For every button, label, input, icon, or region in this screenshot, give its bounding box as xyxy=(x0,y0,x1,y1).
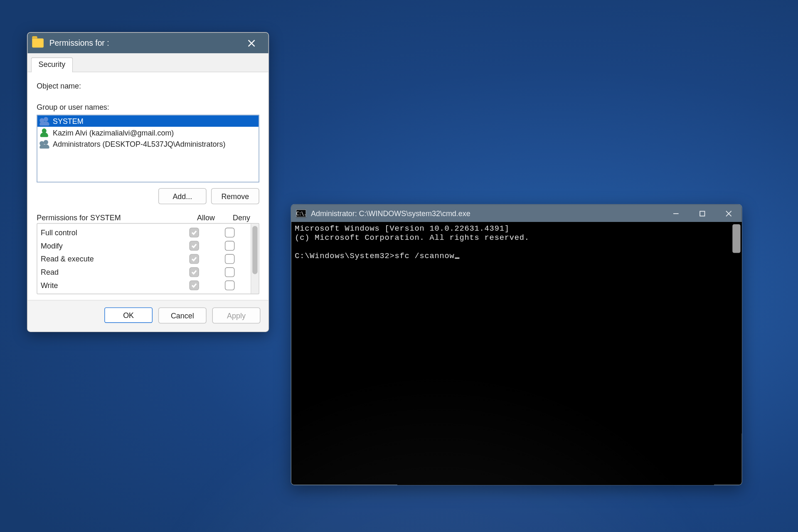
permission-row: Read & execute xyxy=(41,252,247,266)
cmd-scrollbar[interactable] xyxy=(732,224,740,253)
cmd-titlebar[interactable]: C:\. Administrator: C:\WINDOWS\system32\… xyxy=(291,205,741,222)
cmd-output: Microsoft Windows [Version 10.0.22631.43… xyxy=(291,222,741,263)
permissions-dialog: Permissions for : Security Object name: … xyxy=(27,32,269,332)
tab-security[interactable]: Security xyxy=(31,57,73,72)
checkbox-checked[interactable] xyxy=(189,267,199,277)
ok-button[interactable]: OK xyxy=(104,308,153,323)
cmd-window: C:\. Administrator: C:\WINDOWS\system32\… xyxy=(291,204,742,485)
cmd-close-button[interactable] xyxy=(715,205,741,222)
checkbox-checked[interactable] xyxy=(189,254,199,264)
permissions-title: Permissions for : xyxy=(49,38,239,47)
user-name: Administrators (DESKTOP-4L537JQ\Administ… xyxy=(53,140,225,148)
permission-row: Read xyxy=(41,266,247,279)
permission-row: Write xyxy=(41,279,247,292)
checkbox-unchecked[interactable] xyxy=(224,228,234,237)
close-icon xyxy=(247,39,255,47)
remove-button[interactable]: Remove xyxy=(211,188,259,204)
permissions-table: Full controlModifyRead & executeReadWrit… xyxy=(37,223,259,294)
checkbox-unchecked[interactable] xyxy=(224,241,234,251)
permission-row: Full control xyxy=(41,226,247,239)
checkbox-checked[interactable] xyxy=(189,241,199,251)
permission-name: Full control xyxy=(41,228,176,237)
folder-icon xyxy=(32,38,44,47)
svg-rect-0 xyxy=(699,211,704,216)
apply-button[interactable]: Apply xyxy=(212,308,261,324)
checkbox-unchecked[interactable] xyxy=(224,281,234,290)
user-icon xyxy=(39,128,49,137)
cancel-button[interactable]: Cancel xyxy=(158,308,207,324)
allow-header: Allow xyxy=(188,213,224,222)
checkbox-checked[interactable] xyxy=(189,281,199,290)
object-name-label: Object name: xyxy=(37,81,259,90)
permission-name: Modify xyxy=(41,241,176,250)
permissions-scrollbar[interactable] xyxy=(251,224,259,293)
checkbox-checked[interactable] xyxy=(189,228,199,237)
cmd-icon: C:\. xyxy=(296,209,306,217)
maximize-icon xyxy=(699,210,705,217)
minimize-icon xyxy=(672,210,679,217)
permissions-for-label: Permissions for SYSTEM xyxy=(37,213,188,222)
close-button[interactable] xyxy=(239,35,264,51)
users-group-icon xyxy=(39,117,49,126)
tab-strip: Security xyxy=(27,53,268,72)
user-row[interactable]: Administrators (DESKTOP-4L537JQ\Administ… xyxy=(37,138,259,150)
maximize-button[interactable] xyxy=(689,205,715,222)
user-name: Kazim Alvi (kazimalialvi@gmail.com) xyxy=(53,128,174,137)
permission-name: Read & execute xyxy=(41,255,176,264)
user-row[interactable]: SYSTEM xyxy=(37,115,259,127)
close-icon xyxy=(725,210,732,217)
checkbox-unchecked[interactable] xyxy=(224,254,234,264)
cmd-title: Administrator: C:\WINDOWS\system32\cmd.e… xyxy=(311,209,663,218)
user-name: SYSTEM xyxy=(53,117,84,126)
permission-name: Write xyxy=(41,281,176,290)
cmd-body[interactable]: Microsoft Windows [Version 10.0.22631.43… xyxy=(291,222,741,485)
add-button[interactable]: Add... xyxy=(158,188,207,204)
minimize-button[interactable] xyxy=(663,205,689,222)
permission-name: Read xyxy=(41,268,176,276)
users-group-icon xyxy=(39,140,49,148)
checkbox-unchecked[interactable] xyxy=(224,267,234,277)
permission-row: Modify xyxy=(41,239,247,252)
user-row[interactable]: Kazim Alvi (kazimalialvi@gmail.com) xyxy=(37,127,259,138)
permissions-titlebar[interactable]: Permissions for : xyxy=(27,33,268,54)
user-list[interactable]: SYSTEMKazim Alvi (kazimalialvi@gmail.com… xyxy=(37,115,259,182)
deny-header: Deny xyxy=(224,213,259,222)
group-user-label: Group or user names: xyxy=(37,103,259,111)
